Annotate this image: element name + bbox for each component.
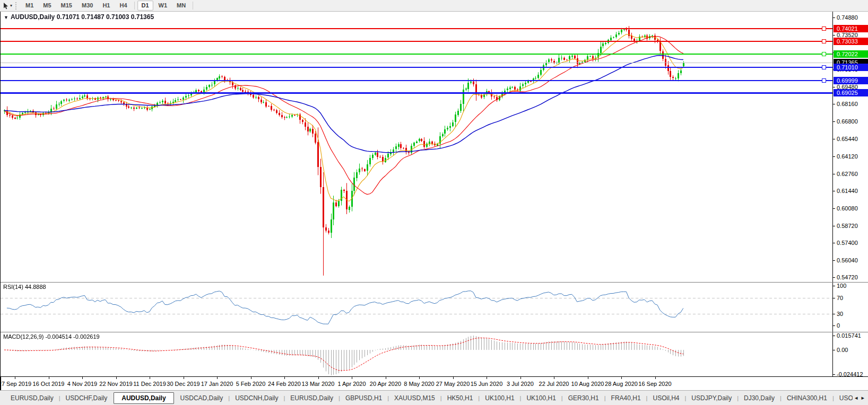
date-label: 15 Jun 2020 [471,381,503,387]
timeframe-button-m15[interactable]: M15 [57,1,76,11]
price-chart-canvas[interactable] [1,12,832,282]
date-label: 13 Mar 2020 [302,381,335,387]
chart-window: ▼AUDUSD,Daily 0.71071 0.71487 0.71003 0.… [0,12,868,390]
date-tick [487,377,487,379]
date-tick [588,377,588,379]
price-axis[interactable]: 0.748800.735200.721600.708400.694800.681… [832,12,868,282]
chart-tab-eurusd-daily[interactable]: EURUSD,Daily [5,392,59,404]
chart-tab-usoil-h4[interactable]: USOil,H4 [647,392,684,404]
timeframe-button-m30[interactable]: M30 [77,1,97,11]
date-label: 24 Feb 2020 [268,381,301,387]
chart-tab-eurusd-daily[interactable]: EURUSD,Daily [285,392,338,404]
tab-scroll-left-icon[interactable]: ◂ [855,394,858,401]
chart-tab-gbpusd-h1[interactable]: GBPUSD,H1 [340,392,387,404]
date-label: 27 May 2020 [436,381,470,387]
chart-tab-audusd-daily[interactable]: AUDUSD,Daily [114,392,173,404]
date-tick [217,377,218,379]
rsi-indicator-label: RSI(14) 44.8888 [3,284,46,290]
date-label: 16 Oct 2019 [33,381,65,387]
date-tick [150,377,150,379]
date-label: 3 Jul 2020 [507,381,534,387]
macd-tick-label: 0.00 [833,346,848,354]
price-tick-label: 0.65440 [833,135,858,143]
price-tick-label: 0.61440 [833,187,858,195]
toolbar-grip[interactable] [15,2,18,10]
chart-tab-uk100-h1[interactable]: UK100,H1 [521,392,561,404]
date-tick [352,377,352,379]
date-label: 22 Jul 2020 [539,381,569,387]
timeframe-button-w1[interactable]: W1 [154,1,172,11]
chart-title: ▼AUDUSD,Daily 0.71071 0.71487 0.71003 0.… [4,13,154,21]
dropdown-caret-icon: ▾ [10,4,12,8]
price-level-label: 0.74021 [834,25,868,32]
date-tick [15,377,15,379]
chart-tab-usdcad-daily[interactable]: USDCAD,Daily [175,392,229,404]
timeframe-button-mn[interactable]: MN [172,1,190,11]
date-label: 4 Nov 2019 [67,381,97,387]
date-tick [453,377,454,379]
date-tick [284,377,285,379]
rsi-tick-label: 30 [833,310,843,318]
date-label: 1 Apr 2020 [337,381,366,387]
chart-tab-china300-h1[interactable]: CHINA300,H1 [782,392,832,404]
chart-tab-usdcnh-daily[interactable]: USDCNH,Daily [230,392,283,404]
timeframe-button-d1[interactable]: D1 [137,1,153,11]
timeframe-button-h4[interactable]: H4 [115,1,131,11]
macd-chart-canvas[interactable] [1,333,832,376]
chart-tab-xauusd-m15[interactable]: XAUUSD,M15 [389,392,440,404]
date-label: 27 Sep 2019 [0,381,31,387]
date-label: 28 Aug 2020 [605,381,638,387]
trading-platform-window: ▾ M1M5M15M30H1H4D1W1MN ▼AUDUSD,Daily 0.7… [0,0,868,405]
timeframe-button-m1[interactable]: M1 [21,1,38,11]
macd-tick-label: 0.015741 [833,332,861,339]
tab-scroll-arrows: ◂ ▸ [853,391,866,405]
date-label: 10 Aug 2020 [571,381,604,387]
chart-tab-bar: EURUSD,Daily|USDCHF,DailyAUDUSD,DailyUSD… [0,390,868,405]
title-caret-icon: ▼ [4,15,8,20]
macd-axis[interactable]: 0.0157410.00-0.024412 [832,332,868,376]
date-tick [520,377,521,379]
price-tick-label: 0.60080 [833,205,858,212]
price-tick-label: 0.56040 [833,257,858,264]
price-level-label: 0.73033 [834,38,868,45]
date-tick [386,377,386,379]
date-tick [49,377,49,379]
tab-scroll-right-icon[interactable]: ▸ [861,394,864,401]
date-label: 16 Sep 2020 [638,381,671,387]
date-label: 20 Apr 2020 [370,381,401,387]
price-pane: ▼AUDUSD,Daily 0.71071 0.71487 0.71003 0.… [1,12,868,282]
date-label: 22 Nov 2019 [99,381,132,387]
chart-tab-hk50-h1[interactable]: HK50,H1 [442,392,479,404]
chart-tab-usdchf-daily[interactable]: USDCHF,Daily [60,392,113,404]
price-tick-label: 0.68160 [833,100,858,108]
chart-tab-dj30-daily[interactable]: DJ30,Daily [739,392,780,404]
timeframe-button-h1[interactable]: H1 [98,1,114,11]
date-tick [655,377,656,379]
date-label: 30 Dec 2019 [167,381,199,387]
timeframe-button-m5[interactable]: M5 [39,1,55,11]
chart-tab-fra40-h1[interactable]: FRA40,H1 [606,392,646,404]
chart-ohlc-values: 0.71071 0.71487 0.71003 0.71365 [57,13,154,21]
price-tick-label: 0.62760 [833,170,858,178]
chart-tab-uk100-h1[interactable]: UK100,H1 [480,392,519,404]
date-tick [621,377,622,379]
rsi-tick-label: 0 [833,322,840,329]
date-label: 8 May 2020 [404,381,434,387]
rsi-axis[interactable]: 10070300 [832,283,868,332]
chart-tab-usdjpy-daily[interactable]: USDJPY,Daily [686,392,737,404]
cursor-tool-button[interactable]: ▾ [1,2,14,10]
date-tick [251,377,251,379]
rsi-chart-canvas[interactable] [1,283,832,332]
price-level-label: 0.69025 [834,89,868,96]
timeframe-toolbar: ▾ M1M5M15M30H1H4D1W1MN [0,0,868,12]
date-label: 5 Feb 2020 [236,381,266,387]
price-tick-label: 0.58720 [833,222,858,230]
date-axis[interactable]: 27 Sep 201916 Oct 20194 Nov 201922 Nov 2… [1,376,868,390]
chart-tab-ger30-h1[interactable]: GER30,H1 [563,392,604,404]
rsi-tick-label: 100 [833,282,846,289]
toolbar-separator [134,2,135,10]
chart-symbol-label: AUDUSD,Daily [11,13,55,21]
macd-pane: MACD(12,26,9) -0.004514 -0.002619 0.0157… [1,332,868,376]
price-level-label: 0.69999 [834,77,868,84]
price-tick-label: 0.74880 [833,14,858,21]
